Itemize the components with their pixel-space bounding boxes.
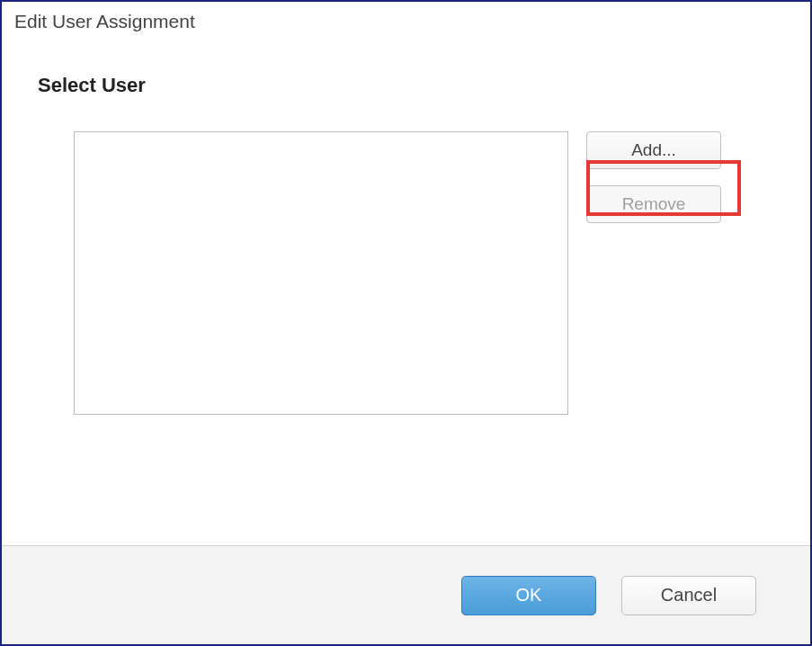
dialog-footer: OK Cancel (2, 545, 810, 644)
user-list[interactable] (74, 131, 568, 415)
window-title: Edit User Assignment (2, 2, 810, 38)
list-buttons: Add... Remove (586, 131, 721, 223)
section-heading: Select User (38, 74, 792, 97)
dialog-content: Select User Add... Remove (2, 38, 810, 433)
remove-button: Remove (586, 185, 721, 223)
cancel-button[interactable]: Cancel (621, 576, 756, 615)
ok-button[interactable]: OK (461, 576, 596, 615)
user-selection-row: Add... Remove (74, 131, 792, 415)
add-button[interactable]: Add... (586, 131, 721, 169)
